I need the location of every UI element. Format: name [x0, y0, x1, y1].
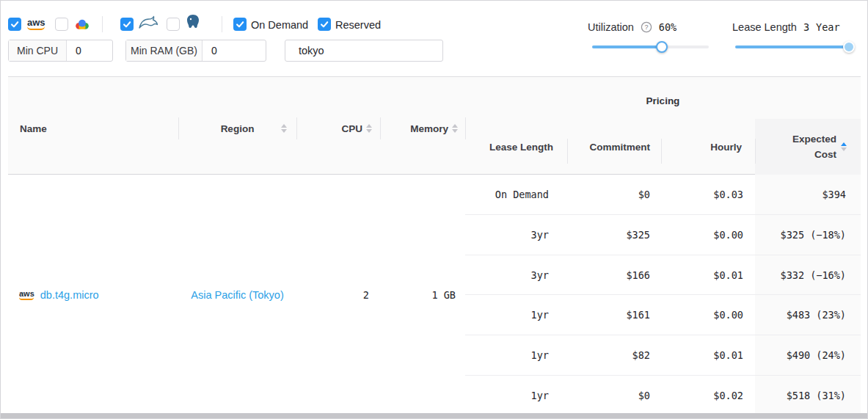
- utilization-value: 60%: [659, 21, 676, 33]
- column-header-commitment: Commitment: [567, 119, 661, 175]
- sort-icon: [281, 124, 287, 133]
- pricing-row: 3yr $166 $0.01 $332 (−16%): [465, 255, 861, 296]
- expected-cost-cell: $394: [755, 175, 861, 214]
- commitment-cell: $161: [567, 295, 661, 335]
- commitment-cell: $166: [567, 255, 661, 295]
- expected-cost-cell: $483 (23%): [755, 295, 861, 335]
- lease-length-value: 3: [803, 21, 809, 33]
- postgresql-engine-checkbox[interactable]: [167, 18, 180, 31]
- on-demand-label[interactable]: On Demand: [251, 19, 308, 31]
- lease-length-label: Lease Length: [732, 21, 797, 33]
- hourly-cell: $0.00: [661, 215, 755, 255]
- lease-length-header: Lease Length 3 Year: [732, 21, 840, 33]
- check-icon: [235, 19, 245, 29]
- hourly-cell: $0.01: [661, 255, 755, 295]
- lease-length-cell: 3yr: [465, 215, 567, 255]
- window-bottom-edge: [1, 413, 867, 418]
- check-icon: [10, 19, 20, 29]
- lease-length-slider-track[interactable]: [735, 45, 853, 48]
- table-body: aws db.t4g.micro Asia Pacific (Tokyo) 2 …: [8, 175, 861, 415]
- lease-length-unit: Year: [816, 21, 840, 33]
- column-header-expected-cost[interactable]: Expected Cost: [755, 119, 861, 175]
- column-header-memory[interactable]: Memory: [380, 77, 465, 174]
- utilization-label: Utilization: [588, 21, 634, 33]
- lease-length-cell: 3yr: [465, 255, 567, 295]
- utilization-slider-track[interactable]: [592, 45, 709, 48]
- min-ram-input[interactable]: [203, 40, 266, 61]
- svg-text:?: ?: [644, 23, 648, 31]
- hourly-cell: $0.03: [661, 175, 755, 214]
- sort-icon: [452, 124, 458, 133]
- instance-region-cell: Asia Pacific (Tokyo): [178, 175, 296, 415]
- lease-length-cell: 1yr: [465, 376, 567, 415]
- aws-logo-icon: aws: [27, 18, 45, 30]
- table-header: Name Region CPU Memory Pricing Lease Len…: [8, 76, 861, 175]
- mysql-engine-checkbox[interactable]: [120, 18, 134, 31]
- min-cpu-filter: Min CPU: [8, 40, 113, 62]
- pricing-group-header: Pricing: [465, 95, 861, 106]
- utilization-slider-thumb[interactable]: [656, 41, 668, 53]
- lease-length-cell: 1yr: [465, 295, 567, 335]
- column-header-hourly: Hourly: [661, 119, 755, 175]
- column-header-lease-length: Lease Length: [465, 119, 567, 175]
- pricing-row: 1yr $0 $0.02 $518 (31%): [465, 376, 861, 415]
- instance-memory-cell: 1 GB: [380, 175, 465, 415]
- reserved-label[interactable]: Reserved: [335, 19, 381, 31]
- pricing-rows: On Demand $0 $0.03 $394 3yr $325 $0.00 $…: [465, 175, 861, 415]
- min-cpu-label: Min CPU: [9, 40, 67, 61]
- expected-cost-cell: $325 (−18%): [755, 215, 861, 255]
- min-cpu-input[interactable]: [67, 40, 112, 61]
- check-icon: [319, 19, 329, 29]
- instance-name-link[interactable]: db.t4g.micro: [40, 289, 99, 301]
- commitment-cell: $325: [567, 215, 661, 255]
- expected-cost-cell: $518 (31%): [755, 376, 861, 415]
- commitment-cell: $0: [567, 175, 661, 214]
- aws-logo-icon: aws: [19, 291, 34, 300]
- pricing-row: 3yr $325 $0.00 $325 (−18%): [465, 215, 861, 255]
- app-window: aws On Demand Reserved Min C: [0, 0, 868, 419]
- min-ram-filter: Min RAM (GB): [125, 40, 266, 62]
- utilization-header: Utilization ? 60%: [588, 21, 676, 33]
- help-icon[interactable]: ?: [641, 21, 652, 33]
- hourly-cell: $0.01: [661, 335, 755, 375]
- pricing-row: 1yr $161 $0.00 $483 (23%): [465, 295, 861, 335]
- search-input[interactable]: [299, 45, 436, 57]
- expected-cost-cell: $490 (24%): [755, 335, 861, 375]
- commitment-cell: $0: [567, 376, 661, 415]
- instance-name-cell: aws db.t4g.micro: [8, 175, 178, 415]
- instance-cpu-cell: 2: [296, 175, 380, 415]
- lease-length-slider-thumb[interactable]: [843, 41, 855, 53]
- pricing-row: 1yr $82 $0.01 $490 (24%): [465, 335, 861, 376]
- sort-icon: [366, 124, 372, 133]
- column-header-cpu[interactable]: CPU: [296, 77, 380, 174]
- lease-length-cell: On Demand: [465, 175, 567, 214]
- lease-length-cell: 1yr: [465, 335, 567, 375]
- google-cloud-provider-checkbox[interactable]: [55, 18, 68, 31]
- postgresql-elephant-icon: [186, 14, 200, 32]
- column-header-name: Name: [8, 77, 178, 174]
- column-header-region[interactable]: Region: [178, 77, 296, 174]
- search-box: [285, 40, 443, 62]
- expected-cost-cell: $332 (−16%): [755, 255, 861, 295]
- commitment-cell: $82: [567, 335, 661, 375]
- hourly-cell: $0.00: [661, 295, 755, 335]
- filter-divider: [222, 16, 222, 32]
- hourly-cell: $0.02: [661, 376, 755, 415]
- min-ram-label: Min RAM (GB): [126, 40, 203, 61]
- instance-region-link[interactable]: Asia Pacific (Tokyo): [191, 289, 284, 301]
- aws-provider-checkbox[interactable]: [8, 18, 21, 31]
- mysql-dolphin-icon: [138, 15, 158, 33]
- google-cloud-logo-icon: [74, 18, 90, 34]
- filter-divider: [102, 16, 103, 32]
- sort-asc-active-icon: [841, 142, 847, 151]
- pricing-row: On Demand $0 $0.03 $394: [465, 175, 861, 215]
- check-icon: [122, 19, 132, 29]
- on-demand-checkbox[interactable]: [233, 18, 247, 31]
- reserved-checkbox[interactable]: [318, 18, 331, 31]
